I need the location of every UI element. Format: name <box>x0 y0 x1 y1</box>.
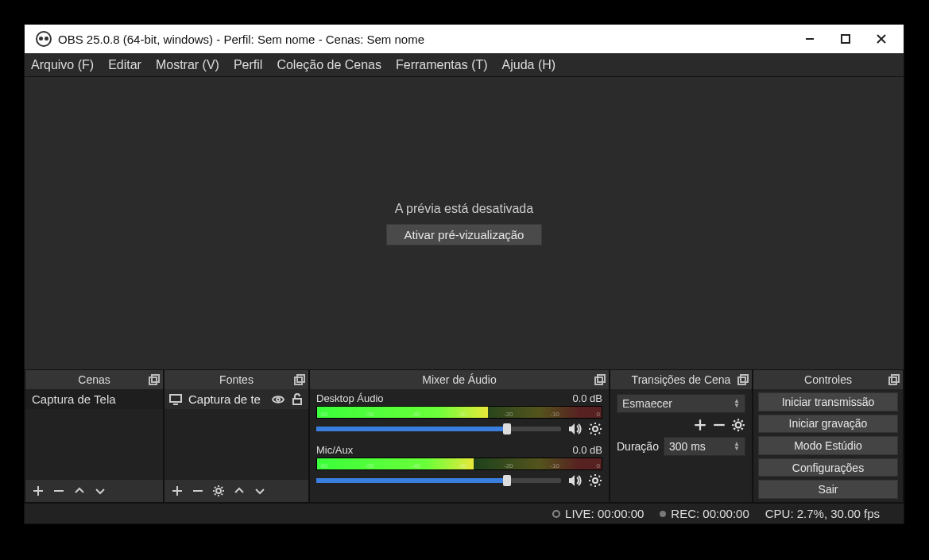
panel-controls-popout-icon[interactable] <box>888 374 900 385</box>
status-live: LIVE: 00:00:00 <box>552 507 644 520</box>
duration-spinbox[interactable]: 300 ms ▲▼ <box>664 437 745 456</box>
menu-edit[interactable]: Editar <box>108 58 141 72</box>
exit-button[interactable]: Sair <box>758 480 898 499</box>
svg-rect-7 <box>293 399 301 404</box>
add-source-button[interactable] <box>171 485 184 497</box>
window-title: OBS 25.0.8 (64-bit, windows) - Perfil: S… <box>58 33 792 46</box>
panel-controls-title: Controles <box>804 373 852 386</box>
menubar: Arquivo (F) Editar Mostrar (V) Perfil Co… <box>25 53 904 77</box>
titlebar: OBS 25.0.8 (64-bit, windows) - Perfil: S… <box>25 25 904 53</box>
volume-slider[interactable] <box>316 427 561 431</box>
svg-rect-2 <box>152 375 159 382</box>
svg-rect-1 <box>149 377 157 384</box>
start-recording-button[interactable]: Iniciar gravação <box>758 415 898 434</box>
status-cpu: CPU: 2.7%, 30.00 fps <box>765 507 880 520</box>
panel-scenes-header: Cenas <box>25 370 163 389</box>
menu-profile[interactable]: Perfil <box>234 58 262 72</box>
volume-slider[interactable] <box>316 478 561 483</box>
svg-rect-4 <box>297 375 304 382</box>
panel-scenes: Cenas Captura de Tela <box>25 369 164 503</box>
svg-rect-9 <box>595 377 602 384</box>
minimize-button[interactable] <box>792 25 827 53</box>
menu-scenecollection[interactable]: Coleção de Cenas <box>277 58 381 72</box>
mixer-channel-level: 0.0 dB <box>572 444 602 456</box>
source-item-label: Captura de te <box>188 392 265 406</box>
scenes-list: Captura de Tela <box>25 389 163 480</box>
preview-area: A prévia está desativada Ativar pré-vizu… <box>25 77 904 369</box>
panel-sources-popout-icon[interactable] <box>294 374 305 385</box>
duration-label: Duração <box>617 440 659 453</box>
mixer-channel-level: 0.0 dB <box>572 392 602 404</box>
transition-properties-button[interactable] <box>731 418 745 432</box>
gear-icon[interactable] <box>588 473 602 488</box>
panel-sources-title: Fontes <box>219 373 254 386</box>
panel-scenes-title: Cenas <box>78 373 110 386</box>
panel-mixer-title: Mixer de Áudio <box>422 373 496 386</box>
gear-icon[interactable] <box>588 422 602 436</box>
remove-transition-button[interactable] <box>712 418 726 432</box>
source-item[interactable]: Captura de te <box>165 389 308 409</box>
speaker-icon[interactable] <box>567 473 582 488</box>
panel-transitions-header: Transições de Cena <box>610 370 752 389</box>
source-properties-button[interactable] <box>212 485 225 497</box>
studio-mode-button[interactable]: Modo Estúdio <box>758 436 898 455</box>
status-live-text: LIVE: 00:00:00 <box>565 507 644 520</box>
scene-down-button[interactable] <box>94 485 106 497</box>
svg-rect-14 <box>741 375 748 382</box>
speaker-icon[interactable] <box>567 422 582 436</box>
panel-scenes-popout-icon[interactable] <box>149 374 160 385</box>
monitor-icon <box>169 393 182 406</box>
svg-rect-3 <box>295 377 302 384</box>
status-rec: REC: 00:00:00 <box>660 507 749 520</box>
add-scene-button[interactable] <box>32 485 45 497</box>
mixer-channel-mic: Mic/Aux 0.0 dB -60-50-40-30-20-100 <box>310 441 609 492</box>
svg-rect-13 <box>738 377 745 384</box>
eye-icon[interactable] <box>272 393 285 406</box>
start-streaming-button[interactable]: Iniciar transmissão <box>758 392 898 411</box>
mixer-channel-name: Desktop Áudio <box>316 392 384 404</box>
svg-point-6 <box>277 398 280 401</box>
updown-icon: ▲▼ <box>734 399 740 408</box>
menu-file[interactable]: Arquivo (F) <box>31 58 94 72</box>
panel-controls-header: Controles <box>753 370 903 389</box>
panel-sources: Fontes Captura de te <box>164 369 309 503</box>
settings-button[interactable]: Configurações <box>758 458 898 477</box>
enable-preview-button[interactable]: Ativar pré-vizualização <box>386 224 543 245</box>
close-button[interactable] <box>863 25 899 53</box>
source-down-button[interactable] <box>254 485 266 497</box>
panel-mixer-popout-icon[interactable] <box>594 374 606 385</box>
maximize-button[interactable] <box>827 25 863 53</box>
add-transition-button[interactable] <box>693 418 707 432</box>
menu-tools[interactable]: Ferramentas (T) <box>396 58 488 72</box>
svg-rect-10 <box>598 375 605 382</box>
mixer-body: Desktop Áudio 0.0 dB -60-50-40-30-20-100 <box>310 389 609 502</box>
panel-transitions-popout-icon[interactable] <box>737 374 749 385</box>
scenes-toolbar <box>25 480 163 502</box>
transition-select[interactable]: Esmaecer ▲▼ <box>617 394 745 413</box>
status-cpu-text: CPU: 2.7%, 30.00 fps <box>765 507 880 520</box>
preview-disabled-label: A prévia está desativada <box>395 202 533 216</box>
remove-source-button[interactable] <box>192 485 204 497</box>
audio-meter: -60-50-40-30-20-100 <box>316 458 602 470</box>
svg-rect-0 <box>842 35 850 43</box>
status-rec-text: REC: 00:00:00 <box>671 507 749 520</box>
panel-sources-header: Fontes <box>165 370 308 389</box>
menu-help[interactable]: Ajuda (H) <box>502 58 556 72</box>
lock-icon[interactable] <box>291 393 304 406</box>
svg-point-12 <box>593 478 598 483</box>
svg-rect-17 <box>892 375 899 382</box>
sources-list: Captura de te <box>165 389 308 480</box>
remove-scene-button[interactable] <box>52 485 65 497</box>
scene-item[interactable]: Captura de Tela <box>25 389 163 409</box>
transition-select-value: Esmaecer <box>622 397 672 410</box>
statusbar: LIVE: 00:00:00 REC: 00:00:00 CPU: 2.7%, … <box>25 503 904 523</box>
mixer-channel-name: Mic/Aux <box>316 444 353 456</box>
rec-indicator-icon <box>660 511 666 517</box>
dock-row: Cenas Captura de Tela Fontes <box>25 369 904 503</box>
controls-body: Iniciar transmissão Iniciar gravação Mod… <box>753 389 903 502</box>
scene-up-button[interactable] <box>73 485 86 497</box>
source-up-button[interactable] <box>233 485 246 497</box>
sources-toolbar <box>165 480 308 502</box>
svg-point-11 <box>593 427 598 431</box>
menu-view[interactable]: Mostrar (V) <box>156 58 219 72</box>
